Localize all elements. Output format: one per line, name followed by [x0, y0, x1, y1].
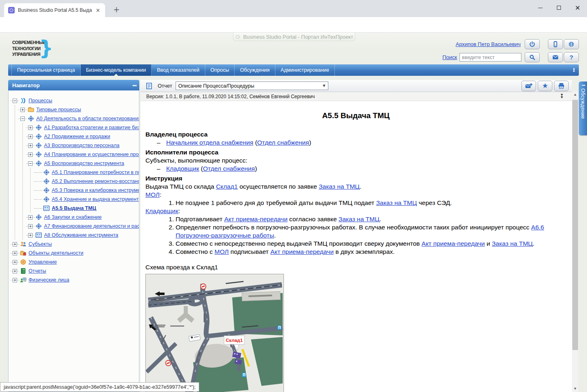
doc-link[interactable]: Акт приема-передачи — [270, 248, 334, 255]
navbar-collapse-icon[interactable]: ▲▲ — [573, 67, 575, 71]
doc-link[interactable]: Кладовщик — [145, 207, 178, 214]
tree-link[interactable]: Объекты деятельности — [29, 250, 84, 256]
browser-tab[interactable]: Business Studio Portal A5.5 Выда ✕ — [4, 3, 105, 17]
nav-tab[interactable]: Опросы — [205, 64, 235, 76]
new-tab-button[interactable]: + — [111, 4, 122, 15]
print-button[interactable] — [554, 81, 569, 91]
tree-expand-icon[interactable]: + — [28, 126, 33, 130]
tree-expand-icon[interactable]: + — [28, 152, 33, 157]
map-caption: Схема проезда к Склад1 — [145, 263, 566, 271]
logout-button[interactable] — [525, 39, 540, 49]
help-button[interactable]: ? — [564, 52, 579, 62]
tree-item: А5.3 Поверка и калибровка инструмента — [34, 186, 138, 195]
process-icon — [35, 142, 42, 149]
logo-brace: } — [39, 39, 53, 58]
doc-link[interactable]: МОЛ — [145, 191, 160, 198]
tree-expand-icon[interactable]: + — [28, 143, 33, 148]
tree-link[interactable]: А0 Деятельность в области проектирования… — [36, 116, 139, 121]
tree-link[interactable]: Субъекты — [29, 241, 52, 247]
doc-link[interactable]: Начальник отдела снабжения — [166, 139, 253, 146]
tree-link[interactable]: А7 Финансирование деятельности и расчеты — [44, 223, 139, 229]
doc-link[interactable]: Отдел снабжения — [257, 139, 309, 146]
collapse-version-icon[interactable]: ▼▼ — [561, 94, 563, 99]
tree-expand-icon[interactable]: + — [28, 215, 33, 220]
doc-link[interactable]: Отдел снабжения — [203, 165, 255, 172]
nav-tab[interactable]: Обсуждения — [235, 64, 275, 76]
doc-link[interactable]: Акт приема-передачи — [422, 240, 485, 247]
doc-link[interactable]: Заказ на ТМЦ — [492, 240, 533, 247]
window-close-button[interactable]: ✕ — [568, 0, 587, 15]
tree-expand-icon[interactable]: + — [28, 233, 33, 238]
tree-link[interactable]: А8 Обслуживание инструмента — [44, 232, 118, 238]
doc-link[interactable]: Заказ на ТМЦ — [339, 216, 379, 222]
discussion-collapse-icon: ◄◄ — [581, 84, 585, 87]
window-maximize-button[interactable] — [550, 0, 568, 15]
tree-link[interactable]: А4 Планирование и осуществление проектны… — [44, 152, 139, 157]
doc-link[interactable]: Кладовщик — [166, 165, 199, 172]
search-input[interactable] — [459, 53, 521, 62]
tree-expand-icon[interactable]: + — [13, 242, 17, 247]
tree-link[interactable]: А5.2 Выполнение ремонтно-восстановительн… — [52, 178, 139, 184]
tree-expand-icon[interactable]: + — [13, 278, 17, 282]
mail-button[interactable] — [548, 52, 563, 62]
tree-expand-icon[interactable]: + — [28, 224, 33, 229]
tree-link[interactable]: Отчеты — [29, 268, 46, 274]
people-icon — [20, 241, 26, 247]
tree-link[interactable]: Управление — [29, 259, 57, 265]
tree-item: А5.1 Планирование потребности в покупке … — [34, 168, 138, 177]
nav-tab[interactable]: Ввод показателей — [152, 64, 205, 76]
nav-tab[interactable]: Администрирование — [275, 64, 335, 76]
scroll-down-icon[interactable]: ▼ — [572, 386, 578, 392]
tree-link[interactable]: А2 Продвижение и продажи — [44, 134, 110, 139]
language-button[interactable] — [564, 39, 579, 49]
tree-link[interactable]: А5.4 Хранение и выдача инструмента — [52, 196, 139, 202]
scroll-up-icon[interactable]: ▲ — [572, 92, 578, 98]
favorite-button[interactable]: ★ — [538, 81, 552, 91]
doc-link[interactable]: Заказ на ТМЦ — [376, 199, 417, 206]
tree-link[interactable]: А5.5 Выдача ТМЦ — [52, 205, 96, 211]
report-select[interactable]: Описание Процесса/Процедуры ▼ — [176, 81, 328, 90]
discussion-tab[interactable]: ◄◄ Обсуждение — [579, 81, 587, 135]
tree-expand-icon[interactable]: + — [28, 134, 33, 139]
tree-collapse-icon[interactable]: − — [28, 161, 33, 166]
doc-link[interactable]: Заказ на ТМЦ — [319, 183, 359, 190]
mol-label: МОЛ: — [145, 191, 566, 199]
browser-tab-title: Business Studio Portal A5.5 Выда — [18, 7, 94, 13]
doc-link[interactable]: Склад1 — [216, 183, 237, 190]
tree-link[interactable]: Физические лица — [29, 277, 69, 283]
tree-expand-icon[interactable]: + — [13, 251, 17, 255]
process-icon — [35, 133, 42, 140]
doc-link[interactable]: Акт приема-передачи — [224, 216, 287, 222]
tab-close-icon[interactable]: ✕ — [94, 7, 102, 13]
tree-link[interactable]: А5 Воспроизводство инструмента — [44, 161, 124, 166]
portal-page-tab: Business Studio Portal - Портал ИнТехПро… — [233, 33, 355, 41]
mobile-version-button[interactable] — [548, 39, 563, 49]
window-minimize-button[interactable] — [531, 0, 550, 15]
tree-link[interactable]: А1 Разработка стратегии и развитие бизне… — [44, 125, 139, 130]
tree-link[interactable]: А6 Закупки и снабжение — [44, 214, 102, 220]
scrollbar-thumb[interactable] — [572, 100, 578, 350]
tree-link[interactable]: Типовые процессы — [36, 107, 81, 112]
nav-tab[interactable]: Бизнес-модель компании — [81, 64, 152, 76]
subscribe-button[interactable] — [521, 81, 536, 91]
tree-collapse-icon[interactable]: − — [13, 99, 17, 103]
tree-expand-icon[interactable]: + — [13, 260, 17, 264]
tree-item: +А1 Разработка стратегии и развитие бизн… — [26, 123, 138, 132]
search-link[interactable]: Поиск — [442, 54, 457, 60]
help-icon: ? — [569, 54, 573, 61]
tree-link[interactable]: А3 Воспроизводство персонала — [44, 143, 119, 148]
tree-link[interactable]: Процессы — [29, 98, 52, 104]
user-profile-link[interactable]: Архипов Петр Васильевич — [456, 41, 521, 47]
search-icon — [529, 54, 535, 60]
search-button[interactable] — [525, 52, 540, 62]
tree-item: +А6 Закупки и снабжение — [26, 213, 138, 222]
nav-tab[interactable]: Персональная страница — [11, 64, 81, 76]
content-scrollbar[interactable]: ▲ ▼ — [572, 92, 578, 392]
tree-expand-icon[interactable]: + — [13, 269, 17, 273]
tree-link[interactable]: А5.3 Поверка и калибровка инструмента — [52, 187, 139, 193]
tree-link[interactable]: А5.1 Планирование потребности в покупке … — [52, 170, 139, 175]
tree-expand-icon[interactable]: + — [20, 108, 25, 112]
navigator-collapse-icon[interactable]: ◄◄ — [132, 84, 136, 87]
tree-collapse-icon[interactable]: − — [20, 117, 25, 121]
doc-link[interactable]: МОЛ — [215, 248, 229, 255]
